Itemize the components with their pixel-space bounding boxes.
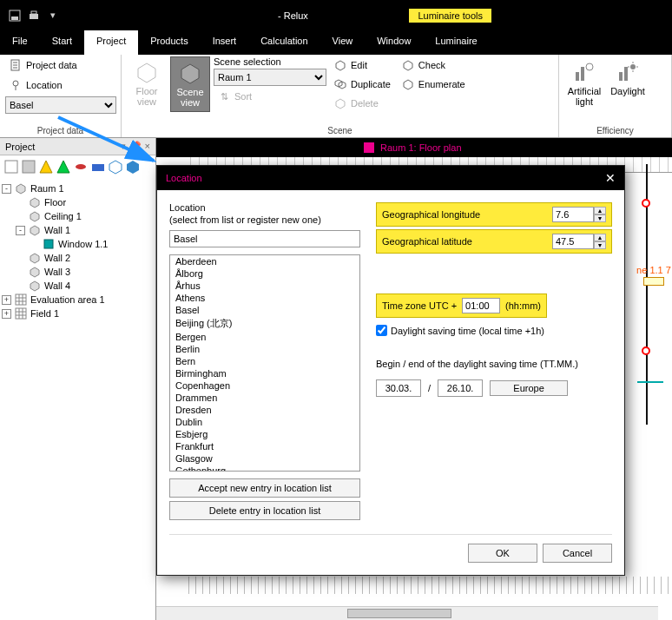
project-tree[interactable]: -Raum 1FloorCeiling 1-Wall 1Window 1.1Wa… (0, 178, 155, 324)
spin-down-icon[interactable]: ▼ (594, 241, 606, 249)
list-item[interactable]: Glasgow (170, 452, 359, 465)
list-item[interactable]: Århus (170, 280, 359, 292)
list-item[interactable]: Bern (170, 355, 359, 367)
tree-node[interactable]: Floor (2, 195, 154, 209)
list-item[interactable]: Copenhagen (170, 379, 359, 392)
list-item[interactable]: Dublin (170, 416, 359, 428)
tool-icon-1[interactable] (3, 159, 19, 175)
list-item[interactable]: Birmingham (170, 367, 359, 379)
tab-window[interactable]: Window (365, 30, 423, 55)
list-item[interactable]: Aberdeen (170, 255, 359, 267)
canvas-tab[interactable]: Raum 1: Floor plan (356, 138, 651, 157)
tab-products[interactable]: Products (138, 30, 200, 55)
tree-node[interactable]: Wall 3 (2, 265, 154, 279)
tree-node[interactable]: +Evaluation area 1 (2, 293, 154, 307)
scene-view-button[interactable]: Scene view (170, 56, 210, 112)
spin-up-icon[interactable]: ▲ (594, 207, 606, 214)
ok-button[interactable]: OK (468, 544, 537, 563)
timezone-input[interactable] (462, 298, 500, 313)
geo-longitude-spinner[interactable]: ▲▼ (552, 207, 606, 222)
ribbon-group-efficiency: Artificial light Daylight Efficiency (559, 55, 672, 137)
scene-combo[interactable]: Raum 1 (214, 69, 326, 86)
accept-entry-button[interactable]: Accept new entry in location list (169, 478, 360, 498)
dialog-titlebar[interactable]: Location ✕ (157, 166, 624, 190)
close-icon[interactable]: ✕ (605, 171, 616, 185)
scrollbar-horizontal[interactable] (156, 606, 658, 620)
tree-label: Window 1.1 (58, 239, 108, 249)
app-title: - Relux (278, 10, 308, 21)
tool-icon-3[interactable] (38, 159, 54, 175)
delete-entry-button[interactable]: Delete entry in location list (169, 501, 360, 520)
daylight-button[interactable]: Daylight (608, 56, 648, 100)
tree-label: Evaluation area 1 (30, 294, 105, 305)
expand-icon[interactable]: + (2, 309, 11, 319)
save-icon[interactable] (7, 8, 23, 23)
tab-insert[interactable]: Insert (201, 30, 249, 55)
city-list[interactable]: AberdeenÅlborgÅrhusAthensBaselBeijing (北… (169, 254, 360, 472)
geo-latitude-spinner[interactable]: ▲▼ (552, 234, 606, 249)
context-tab-luminaire[interactable]: Luminaire tools (409, 9, 491, 23)
tree-node[interactable]: +Field 1 (2, 307, 154, 320)
tab-view[interactable]: View (320, 30, 366, 55)
print-icon[interactable] (26, 8, 42, 23)
expand-icon[interactable]: + (2, 295, 11, 305)
tree-node[interactable]: Window 1.1 (2, 237, 154, 251)
menu-bar: File Start Project Products Insert Calcu… (0, 30, 672, 55)
spin-up-icon[interactable]: ▲ (594, 234, 606, 241)
qat-dropdown-icon[interactable]: ▾ (45, 8, 61, 23)
svg-rect-1 (11, 16, 18, 20)
list-item[interactable]: Esbjerg (170, 428, 359, 440)
cancel-button[interactable]: Cancel (543, 544, 612, 563)
location-button[interactable]: Location (5, 76, 66, 94)
luminaire-marker[interactable]: ne 1.1 7 (632, 265, 672, 287)
list-item[interactable]: Basel (170, 304, 359, 316)
tab-calculation[interactable]: Calculation (248, 30, 320, 55)
quick-access-toolbar: ▾ (7, 8, 61, 23)
location-input[interactable] (169, 230, 360, 247)
floor-view-button[interactable]: Floor view (127, 56, 167, 110)
list-item[interactable]: Drammen (170, 392, 359, 404)
collapse-icon[interactable]: - (16, 226, 25, 235)
location-combo[interactable]: Basel (5, 96, 116, 114)
list-item[interactable]: Athens (170, 292, 359, 304)
spin-down-icon[interactable]: ▼ (594, 214, 606, 222)
ribbon-group-scene: Floor view Scene view Scene selection Ra… (122, 55, 559, 137)
collapse-icon[interactable]: - (2, 184, 11, 194)
dialog-left-panel: Location (select from list or register n… (169, 202, 360, 520)
list-item[interactable]: Bergen (170, 331, 359, 343)
delete-button[interactable]: Delete (330, 95, 394, 112)
list-item[interactable]: Frankfurt (170, 440, 359, 452)
list-item[interactable]: Gothenburg (170, 465, 359, 472)
duplicate-button[interactable]: Duplicate (330, 76, 394, 93)
artificial-light-button[interactable]: Artificial light (564, 56, 604, 110)
geo-latitude-input[interactable] (552, 234, 594, 249)
tree-node[interactable]: Wall 4 (2, 279, 154, 293)
list-item[interactable]: Berlin (170, 343, 359, 355)
tool-icon-2[interactable] (21, 159, 36, 175)
dst-end-input[interactable] (438, 379, 483, 397)
dst-check-label: Daylight saving time (local time +1h) (391, 326, 544, 336)
tree-node[interactable]: -Wall 1 (2, 223, 154, 237)
list-item[interactable]: Dresden (170, 404, 359, 416)
dst-begin-input[interactable] (376, 379, 421, 397)
delete-label: Delete (351, 98, 379, 109)
tab-project[interactable]: Project (84, 30, 138, 55)
location-dialog: Location ✕ Location (select from list or… (156, 165, 625, 576)
europe-button[interactable]: Europe (490, 380, 568, 396)
list-item[interactable]: Ålborg (170, 267, 359, 280)
tab-luminaire[interactable]: Luminaire (423, 30, 489, 55)
list-item[interactable]: Beijing (北京) (170, 316, 359, 331)
drawing-walls: ne 1.1 7 (629, 164, 672, 425)
enumerate-button[interactable]: Enumerate (398, 76, 469, 93)
tab-start[interactable]: Start (40, 30, 84, 55)
tree-node[interactable]: Ceiling 1 (2, 209, 154, 223)
check-button[interactable]: Check (398, 56, 469, 74)
tree-node[interactable]: Wall 2 (2, 251, 154, 265)
tree-node[interactable]: -Raum 1 (2, 181, 154, 195)
dst-checkbox[interactable] (376, 325, 387, 336)
tab-file[interactable]: File (0, 30, 40, 55)
sort-button[interactable]: ⇅ Sort (214, 88, 326, 105)
geo-longitude-input[interactable] (552, 207, 594, 222)
project-data-button[interactable]: Project data (5, 56, 81, 74)
edit-button[interactable]: Edit (330, 56, 394, 74)
